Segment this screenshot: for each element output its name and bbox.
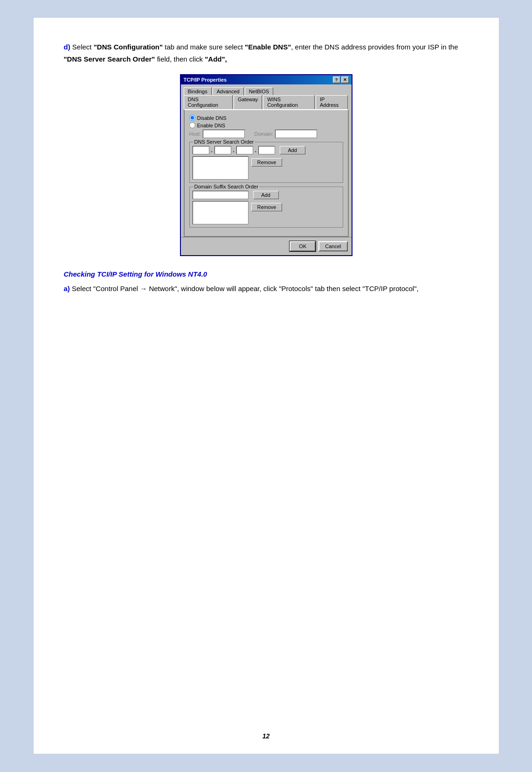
intro-text-middle: tab and make sure select — [163, 43, 245, 51]
dns-ip-input-row: . . . Add — [193, 146, 340, 154]
suffix-list-box[interactable] — [193, 201, 249, 224]
ok-button[interactable]: OK — [290, 241, 316, 251]
close-button[interactable]: ✕ — [341, 77, 349, 83]
dns-server-group-label: DNS Server Search Order — [193, 139, 255, 145]
host-domain-row: Host: Domain: — [189, 130, 343, 138]
disable-dns-row: Disable DNS — [189, 115, 343, 121]
intro-text-before: Select — [72, 43, 94, 51]
suffix-remove-button[interactable]: Remove — [251, 203, 283, 211]
intro-text-after: , enter the DNS address provides from yo… — [291, 43, 458, 51]
dns-list-row: Remove — [193, 156, 340, 180]
enable-dns-ref: "Enable DNS" — [245, 43, 291, 51]
step-a-paragraph: a) Select "Control Panel → Network", win… — [64, 283, 469, 295]
domain-input[interactable] — [275, 130, 317, 138]
ip-dot1: . — [211, 147, 213, 153]
ip-dot3: . — [255, 147, 256, 153]
dns-ip-seg1[interactable] — [193, 146, 209, 154]
dns-remove-button[interactable]: Remove — [251, 158, 283, 167]
enable-dns-row: Enable DNS — [189, 122, 343, 128]
domain-suffix-input-row: Add — [193, 191, 340, 199]
dns-server-group-box: DNS Server Search Order . . . Add — [189, 142, 343, 183]
dialog-body: Bindings Advanced NetBIOS DNS Configurat… — [181, 84, 352, 237]
tcpip-properties-dialog: TCP/IP Properties ? ✕ Bindings Advanced — [180, 74, 352, 256]
dialog-title: TCP/IP Properties — [184, 77, 227, 83]
tab-wins-configuration[interactable]: WINS Configuration — [263, 95, 315, 109]
suffix-add-button[interactable]: Add — [253, 191, 279, 199]
dns-ip-seg3[interactable] — [236, 146, 253, 154]
dns-remove-btn-area: Remove — [251, 158, 283, 167]
titlebar-buttons: ? ✕ — [333, 77, 349, 83]
dns-ip-seg4[interactable] — [258, 146, 275, 154]
disable-dns-radio[interactable] — [189, 115, 195, 121]
suffix-add-remove-btns: Add — [253, 191, 279, 199]
page-number: 12 — [34, 732, 499, 740]
help-button[interactable]: ? — [333, 77, 340, 83]
dns-config-tab-ref: "DNS Configuration" — [94, 43, 163, 51]
section-heading: Checking TCI/IP Setting for Windows NT4.… — [64, 270, 469, 278]
domain-suffix-input[interactable] — [193, 191, 249, 199]
tabs-row2: DNS Configuration Gateway WINS Configura… — [184, 95, 349, 109]
tab-netbios[interactable]: NetBIOS — [245, 87, 273, 95]
dns-add-button[interactable]: Add — [280, 146, 305, 154]
intro-paragraph: d) Select "DNS Configuration" tab and ma… — [64, 41, 469, 65]
host-label: Host: — [189, 131, 201, 137]
dialog-footer: OK Cancel — [181, 237, 352, 255]
tab-content: Disable DNS Enable DNS Host: Domain: — [184, 109, 349, 237]
ip-dot2: . — [233, 147, 235, 153]
page: d) Select "DNS Configuration" tab and ma… — [33, 17, 499, 754]
tabs-row1: Bindings Advanced NetBIOS — [184, 87, 349, 95]
cancel-button[interactable]: Cancel — [318, 241, 347, 251]
suffix-remove-btn-area: Remove — [251, 203, 283, 211]
dns-list-box[interactable] — [193, 156, 249, 180]
tab-dns-configuration[interactable]: DNS Configuration — [184, 95, 233, 109]
domain-label: Domain: — [254, 131, 273, 137]
host-input[interactable] — [203, 130, 245, 138]
suffix-list-row: Remove — [193, 201, 340, 224]
intro-text-end: field, then click — [155, 55, 205, 63]
domain-suffix-group-label: Domain Suffix Search Order — [193, 184, 259, 189]
tab-gateway[interactable]: Gateway — [234, 95, 262, 109]
enable-dns-radio[interactable] — [189, 122, 195, 128]
dialog-titlebar: TCP/IP Properties ? ✕ — [181, 75, 352, 84]
tab-bindings[interactable]: Bindings — [184, 87, 212, 95]
dns-add-remove-btns: Add — [280, 146, 305, 154]
dns-server-field-ref: "DNS Server Search Order" — [64, 55, 155, 63]
enable-dns-label: Enable DNS — [197, 123, 226, 128]
add-ref: "Add", — [205, 55, 227, 63]
step-a-text: Select "Control Panel → Network", window… — [70, 285, 419, 292]
step-d-label: d) — [64, 43, 70, 51]
tab-ip-address[interactable]: IP Address — [316, 95, 348, 109]
tab-advanced[interactable]: Advanced — [213, 87, 244, 95]
domain-suffix-group-box: Domain Suffix Search Order Add Remove — [189, 187, 343, 228]
dialog-wrapper: TCP/IP Properties ? ✕ Bindings Advanced — [64, 74, 469, 256]
disable-dns-label: Disable DNS — [197, 115, 227, 121]
step-a-label: a) — [64, 285, 70, 292]
dns-ip-seg2[interactable] — [214, 146, 231, 154]
